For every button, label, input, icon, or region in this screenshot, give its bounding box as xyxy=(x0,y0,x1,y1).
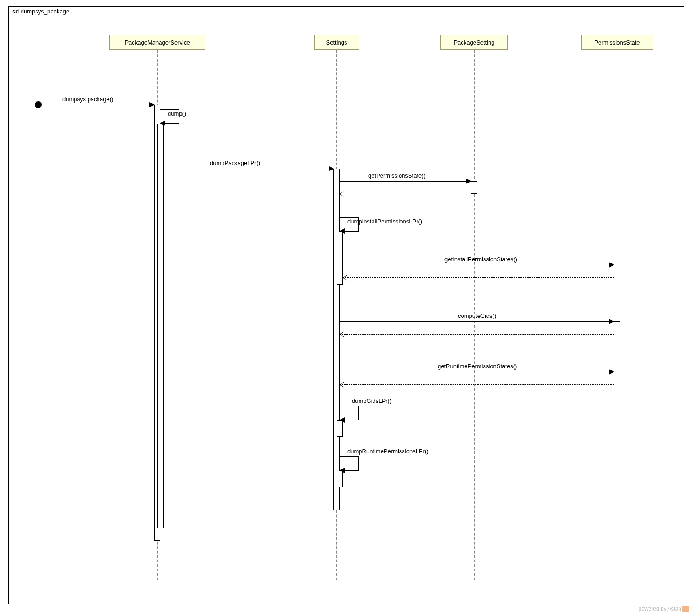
frame-prefix: sd xyxy=(12,8,19,15)
message-label-getPermissionsState: getPermissionsState() xyxy=(368,172,426,179)
message-found xyxy=(42,105,154,105)
line xyxy=(340,321,614,322)
message-label-getRuntimePermissionStates: getRuntimePermissionStates() xyxy=(438,363,517,370)
arrowhead-icon xyxy=(342,275,348,280)
return-getPermissionsState xyxy=(340,194,471,194)
arrowhead-icon xyxy=(339,331,345,337)
message-label-getInstallPermissionStates: getInstallPermissionStates() xyxy=(444,256,517,263)
line xyxy=(340,194,471,194)
activation-settings-dumpInstall xyxy=(337,232,343,285)
message-label-computeGids: computeGids() xyxy=(458,312,496,319)
self-call-dumpRuntimePermissionsLPr xyxy=(340,456,359,471)
arrowhead-icon xyxy=(339,468,345,473)
activation-permstate-3 xyxy=(614,372,620,384)
lifeline-head-settings: Settings xyxy=(314,35,359,50)
activation-settings-dumpRuntime xyxy=(337,471,343,487)
activation-permstate-2 xyxy=(614,321,620,334)
lifeline-head-pms: PackageManagerService xyxy=(109,35,205,50)
diagram-canvas: sd dumpsys_package PackageManagerService… xyxy=(0,0,693,616)
activation-permstate-1 xyxy=(614,265,620,277)
sequence-frame: sd dumpsys_package PackageManagerService… xyxy=(8,6,684,604)
activation-pms-inner xyxy=(157,124,164,528)
lifeline-label: PermissionsState xyxy=(594,39,640,46)
line xyxy=(343,277,614,278)
message-label-found: dumpsys package() xyxy=(62,96,113,103)
found-message-start xyxy=(35,101,42,108)
arrowhead-icon xyxy=(160,121,165,126)
message-dumpPackageLPr xyxy=(164,169,333,169)
watermark-text: powered by Astah xyxy=(639,606,681,612)
arrowhead-icon xyxy=(339,417,345,423)
lifeline-line-permstate xyxy=(617,50,617,580)
message-label-dumpRuntimePermissionsLPr: dumpRuntimePermissionsLPr() xyxy=(347,448,429,455)
message-getRuntimePermissionStates xyxy=(340,372,614,372)
line xyxy=(164,169,333,169)
activation-settings-outer xyxy=(333,169,340,510)
frame-label: sd dumpsys_package xyxy=(8,6,79,17)
line xyxy=(343,265,614,265)
lifeline-label: Settings xyxy=(326,39,347,46)
message-label-dump: dump() xyxy=(168,110,186,117)
return-computeGids xyxy=(340,334,614,335)
line xyxy=(340,334,614,335)
message-label-dumpInstallPermissionsLPr: dumpInstallPermissionsLPr() xyxy=(347,218,422,225)
activation-settings-dumpGids xyxy=(337,420,343,437)
arrowhead-icon xyxy=(339,228,345,234)
arrowhead-icon xyxy=(339,191,345,196)
arrowhead-icon xyxy=(339,382,345,387)
activation-pkgsetting xyxy=(471,181,477,194)
astah-logo-icon xyxy=(682,606,689,612)
lifeline-label: PackageManagerService xyxy=(124,39,190,46)
line xyxy=(340,181,471,182)
line xyxy=(42,105,154,105)
return-getInstallPermissionStates xyxy=(343,277,614,278)
line xyxy=(340,384,614,385)
return-getRuntimePermissionStates xyxy=(340,384,614,385)
message-computeGids xyxy=(340,321,614,322)
line xyxy=(340,372,614,372)
watermark: powered by Astah xyxy=(639,606,689,612)
message-getInstallPermissionStates xyxy=(343,265,614,265)
lifeline-label: PackageSetting xyxy=(453,39,494,46)
lifeline-head-permstate: PermissionsState xyxy=(581,35,653,50)
self-call-dumpGidsLPr xyxy=(340,406,359,420)
frame-name: dumpsys_package xyxy=(21,8,69,15)
message-label-dumpPackageLPr: dumpPackageLPr() xyxy=(210,160,260,166)
message-getPermissionsState xyxy=(340,181,471,182)
lifeline-head-pkgsetting: PackageSetting xyxy=(440,35,508,50)
message-label-dumpGidsLPr: dumpGidsLPr() xyxy=(352,397,391,404)
